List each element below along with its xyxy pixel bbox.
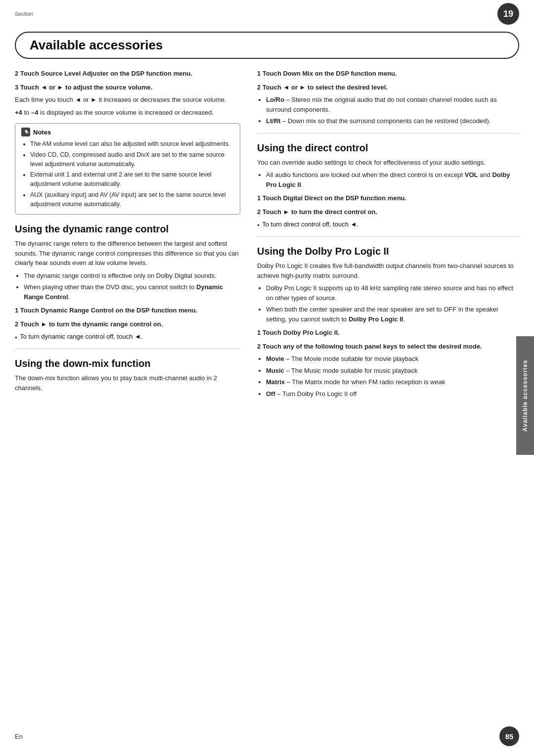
page-container: Section 19 Available accessories 2 Touch… [0,0,534,756]
downmix-step1: 1 Touch Down Mix on the DSP function men… [257,69,519,79]
divider-dolby [257,236,519,237]
dynamic-step1: 1 Touch Dynamic Range Control on the DSP… [15,306,240,315]
dolby-step2: 2 Touch any of the following touch panel… [257,342,519,399]
section-label: Section [15,11,33,17]
dolby-body: Dolby Pro Logic II creates five full-ban… [257,261,519,280]
dolby-bullets: Dolby Pro Logic II supports up to 48 kHz… [257,283,519,324]
dynamic-bullet: The dynamic range control is effective o… [24,271,240,281]
page-title: Available accessories [30,38,504,53]
direct-step2: 2 Touch ► to turn the direct control on.… [257,207,519,230]
downmix-bullets: Lo/Ro – Stereo mix the original audio th… [257,95,519,126]
divider-right [257,133,519,133]
downmix-step2-heading: 2 Touch ◄ or ► to select the desired lev… [257,84,388,91]
dynamic-range-body: The dynamic range refers to the differen… [15,239,240,268]
left-column: 2 Touch Source Level Adjuster on the DSP… [15,69,252,402]
title-bar: Available accessories [15,32,519,59]
dolby-mode-music: Music – The Music mode suitable for musi… [266,366,519,376]
downmix-bullet-ltrt: Lt/Rt – Down mix so that the surround co… [266,116,519,126]
note-icon: ✎ [21,128,30,136]
notes-title: ✎ Notes [21,128,234,136]
note-item: AUX (auxiliary input) and AV (AV input) … [30,190,234,209]
note-item: External unit 1 and external unit 2 are … [30,170,234,189]
dolby-mode-off: Off – Turn Dolby Pro Logic II off [266,389,519,399]
top-header: Section 19 [0,0,534,27]
dolby-mode-matrix: Matrix – The Matrix mode for when FM rad… [266,377,519,387]
notes-list: The AM volume level can also be adjusted… [21,139,234,209]
direct-bullets: All audio functions are locked out when … [257,170,519,189]
step3-note: +4 to –4 is displayed as the source volu… [15,108,240,118]
footer-lang: En [15,733,23,740]
section-number: 19 [497,3,519,25]
downmix-step2: 2 Touch ◄ or ► to select the desired lev… [257,83,519,126]
footer: En 85 [0,726,534,746]
dolby-step2-heading: 2 Touch any of the following touch panel… [257,343,482,350]
right-column: 1 Touch Down Mix on the DSP function men… [252,69,519,402]
step-2-source-level: 2 Touch Source Level Adjuster on the DSP… [15,69,240,79]
step2-heading: 2 Touch Source Level Adjuster on the DSP… [15,70,192,77]
direct-step2-sq: To turn direct control off, touch ◄. [257,220,519,229]
direct-bullet: All audio functions are locked out when … [266,170,519,189]
direct-step1-heading: 1 Touch Digital Direct on the DSP functi… [257,194,406,202]
main-content: 2 Touch Source Level Adjuster on the DSP… [0,69,534,402]
side-tab: Available accessories [516,336,534,455]
footer-page: 85 [499,726,519,746]
direct-step2-heading: 2 Touch ► to turn the direct control on. [257,208,377,216]
dolby-heading: Using the Dolby Pro Logic II [257,246,519,257]
step-3-adjust: 3 Touch ◄ or ► to adjust the source volu… [15,83,240,118]
note-item: The AM volume level can also be adjusted… [30,139,234,149]
divider [15,349,240,349]
dynamic-step2-heading: 2 Touch ► to turn the dynamic range cont… [15,320,163,328]
notes-box: ✎ Notes The AM volume level can also be … [15,123,240,215]
dolby-step1: 1 Touch Dolby Pro Logic II. [257,328,519,338]
dynamic-step1-heading: 1 Touch Dynamic Range Control on the DSP… [15,307,197,314]
dynamic-range-bullets: The dynamic range control is effective o… [15,271,240,302]
dynamic-range-heading: Using the dynamic range control [15,223,240,235]
downmix-step1-heading: 1 Touch Down Mix on the DSP function men… [257,70,397,77]
step3-body: Each time you touch ◄ or ► it increases … [15,95,240,105]
dynamic-step2-sq: To turn dynamic range control off, touch… [15,332,240,342]
downmix-bullet-loro: Lo/Ro – Stereo mix the original audio th… [266,95,519,114]
dolby-step1-heading: 1 Touch Dolby Pro Logic II. [257,329,340,336]
step3-heading: 3 Touch ◄ or ► to adjust the source volu… [15,84,152,91]
downmix-body: The down-mix function allows you to play… [15,373,240,393]
direct-heading: Using the direct control [257,142,519,154]
direct-step1: 1 Touch Digital Direct on the DSP functi… [257,193,519,203]
dolby-mode-movie: Movie – The Movie mode suitable for movi… [266,354,519,364]
dynamic-step2: 2 Touch ► to turn the dynamic range cont… [15,319,240,342]
dynamic-bullet: When playing other than the DVD disc, yo… [24,282,240,302]
direct-body: You can override audio settings to check… [257,158,519,168]
downmix-heading: Using the down-mix function [15,358,240,369]
note-item: Video CD, CD, compressed audio and DivX … [30,150,234,169]
dolby-bullet: Dolby Pro Logic II supports up to 48 kHz… [266,283,519,303]
dolby-mode-bullets: Movie – The Movie mode suitable for movi… [257,354,519,399]
dolby-bullet: When both the center speaker and the rea… [266,305,519,324]
